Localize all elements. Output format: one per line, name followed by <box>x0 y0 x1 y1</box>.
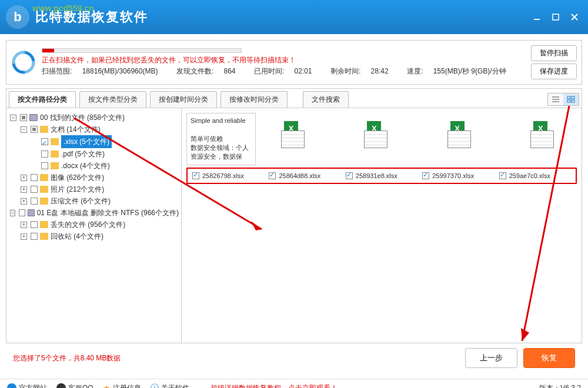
expander-icon[interactable]: − <box>10 210 15 216</box>
file-thumb[interactable]: X <box>425 113 494 154</box>
file-checkbox[interactable] <box>499 172 506 179</box>
preview-body: 简单可依赖 数据安全领域：个人资源安全，数据保 <box>191 135 252 161</box>
file-list-pane: Simple and reliable 简单可依赖 数据安全领域：个人资源安全，… <box>182 108 582 343</box>
app-logo: b <box>6 5 29 29</box>
tree-checkbox[interactable] <box>31 233 38 240</box>
tree-checkbox[interactable] <box>31 174 38 181</box>
svg-rect-10 <box>572 100 574 102</box>
tree-node-docx[interactable]: .docx (4个文件) <box>61 160 110 172</box>
file-item[interactable]: 258931e8.xlsx <box>343 171 420 180</box>
tab-file-search[interactable]: 文件搜索 <box>303 91 349 108</box>
pause-scan-button[interactable]: 暂停扫描 <box>531 45 577 61</box>
tab-by-mtime[interactable]: 按修改时间分类 <box>220 91 288 108</box>
tree-node-found[interactable]: 00 找到的文件 (858个文件) <box>40 112 125 123</box>
file-name: 258931e8.xlsx <box>356 172 397 179</box>
file-name: 25997370.xlsx <box>432 172 474 179</box>
footer-link-register[interactable]: ★注册信息 <box>103 383 141 389</box>
selection-info: 您选择了5个文件，共8.40 MB数据 <box>13 353 121 363</box>
folder-icon <box>40 174 48 181</box>
file-checkbox[interactable] <box>422 172 429 179</box>
footer-link-site[interactable]: 官方网站 <box>7 383 47 389</box>
file-name: 25826798.xlsx <box>202 172 244 179</box>
svg-rect-9 <box>567 100 570 102</box>
folder-icon <box>40 233 48 240</box>
tree-node-xlsx[interactable]: .xlsx (5个文件) <box>61 135 112 148</box>
tree-checkbox[interactable] <box>41 138 48 145</box>
file-thumb[interactable]: X <box>507 113 577 154</box>
file-checkbox[interactable] <box>346 172 353 179</box>
expander-icon[interactable]: + <box>21 233 27 240</box>
tree-checkbox[interactable] <box>41 162 48 169</box>
save-progress-button[interactable]: 保存进度 <box>531 63 577 79</box>
file-checkbox[interactable] <box>192 172 199 179</box>
file-item[interactable]: 259ae7c0.xlsx <box>497 171 573 180</box>
file-thumb[interactable]: X <box>341 113 410 154</box>
excel-icon: X <box>529 121 556 148</box>
expander-icon[interactable]: + <box>21 175 27 181</box>
file-item[interactable]: 25826798.xlsx <box>190 171 266 180</box>
tree-checkbox[interactable] <box>31 186 38 193</box>
tab-by-path[interactable]: 按文件路径分类 <box>9 91 76 108</box>
tab-by-type[interactable]: 按文件类型分类 <box>79 91 146 108</box>
prev-button[interactable]: 上一步 <box>465 348 517 368</box>
file-tree[interactable]: −00 找到的文件 (858个文件) −文档 (14个文件) .xlsx (5个… <box>6 108 182 343</box>
file-checkbox[interactable] <box>269 172 276 179</box>
folder-icon <box>40 126 48 133</box>
ie-icon <box>7 383 16 388</box>
file-item[interactable]: 25997370.xlsx <box>420 171 496 180</box>
footer-link-about[interactable]: ⓘ关于软件 <box>151 383 189 388</box>
file-item[interactable]: 25864d88.xlsx <box>266 171 343 180</box>
version-label: 版本：V6.3.2 <box>539 383 581 389</box>
folder-icon <box>40 198 48 205</box>
expander-icon[interactable]: + <box>21 186 27 193</box>
tree-checkbox[interactable] <box>19 209 25 216</box>
tree-node-e-drive[interactable]: 01 E盘 本地磁盘 删除文件 NTFS (966个文件) <box>37 207 179 219</box>
footer-link-qq[interactable]: 客服QQ <box>56 383 93 389</box>
tab-bar: 按文件路径分类 按文件类型分类 按创建时间分类 按修改时间分类 文件搜索 <box>6 88 582 108</box>
excel-icon: X <box>279 121 306 148</box>
excel-icon: X <box>446 121 473 148</box>
status-panel: 正在扫描文件，如果已经找到您丢失的文件，可以立即恢复，不用等待扫描结束！ 扫描范… <box>6 40 582 85</box>
footer-link-tutorial[interactable]: 超级详细数据恢复教程，点击立即观看！ <box>211 383 338 389</box>
expander-icon[interactable]: + <box>21 222 27 228</box>
scan-progress <box>42 48 242 53</box>
file-name: 259ae7c0.xlsx <box>509 172 550 179</box>
svg-rect-7 <box>567 96 570 99</box>
folder-icon <box>51 162 59 169</box>
minimize-button[interactable] <box>529 11 544 24</box>
folder-icon <box>40 186 48 193</box>
tree-node-recycle[interactable]: 回收站 (4个文件) <box>51 230 103 242</box>
tree-checkbox[interactable] <box>20 114 27 121</box>
list-view-button[interactable] <box>548 93 563 105</box>
tree-checkbox[interactable] <box>31 198 38 205</box>
excel-icon: X <box>362 121 389 148</box>
tree-node-docs[interactable]: 文档 (14个文件) <box>51 123 101 135</box>
tree-node-lost[interactable]: 丢失的文件 (956个文件) <box>51 219 125 230</box>
maximize-button[interactable] <box>548 11 563 24</box>
tab-by-ctime[interactable]: 按创建时间分类 <box>150 91 217 108</box>
close-button[interactable] <box>567 11 582 24</box>
tree-node-pdf[interactable]: .pdf (5个文件) <box>61 148 105 160</box>
expander-icon[interactable]: − <box>10 115 16 121</box>
file-preview: Simple and reliable 简单可依赖 数据安全领域：个人资源安全，… <box>186 113 256 165</box>
tree-checkbox[interactable] <box>41 150 48 158</box>
file-thumb[interactable]: X <box>258 113 328 154</box>
drive-icon <box>28 209 35 216</box>
tree-node-photos[interactable]: 照片 (212个文件) <box>51 183 104 195</box>
folder-icon <box>51 138 59 145</box>
grid-view-button[interactable] <box>563 93 579 105</box>
tree-checkbox[interactable] <box>31 126 38 133</box>
preview-title: Simple and reliable <box>191 117 252 124</box>
expander-icon[interactable]: − <box>21 126 27 133</box>
selection-bar: 您选择了5个文件，共8.40 MB数据 上一步 恢复 <box>6 343 582 373</box>
expander-icon[interactable]: + <box>21 198 27 205</box>
watermark: www.pcd559.cn <box>32 4 94 13</box>
folder-icon <box>51 150 59 158</box>
drive-icon <box>29 114 38 121</box>
scan-status-message: 正在扫描文件，如果已经找到您丢失的文件，可以立即恢复，不用等待扫描结束！ <box>42 55 525 65</box>
tree-node-images[interactable]: 图像 (626个文件) <box>51 172 104 183</box>
tree-checkbox[interactable] <box>31 221 38 228</box>
recover-button[interactable]: 恢复 <box>523 348 575 368</box>
title-bar: b 比特数据恢复软件 www.pcd559.cn <box>0 0 588 34</box>
tree-node-archives[interactable]: 压缩文件 (6个文件) <box>51 195 111 207</box>
